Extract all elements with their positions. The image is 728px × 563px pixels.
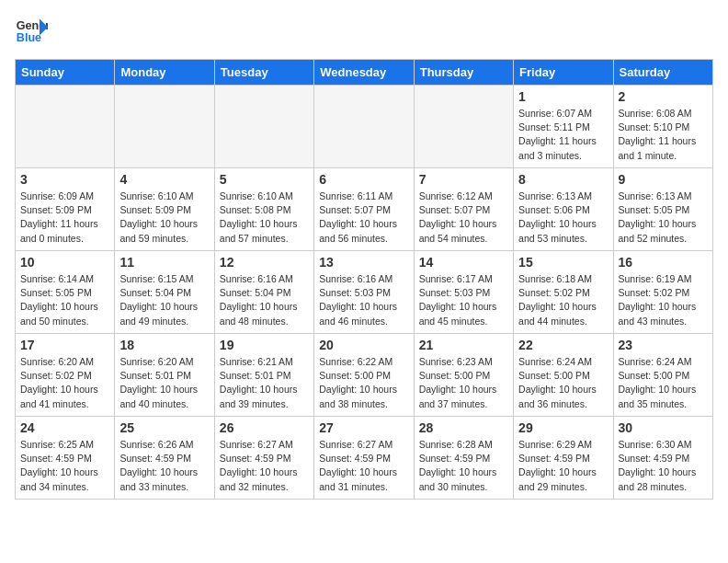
day-cell: 19Sunrise: 6:21 AMSunset: 5:01 PMDayligh… [214, 334, 313, 417]
day-info: Sunrise: 6:13 AMSunset: 5:05 PMDaylight:… [619, 190, 708, 246]
logo: General Blue [15, 15, 48, 48]
day-cell: 7Sunrise: 6:12 AMSunset: 5:07 PMDaylight… [414, 168, 513, 251]
day-number: 29 [518, 420, 608, 435]
day-info: Sunrise: 6:07 AMSunset: 5:11 PMDaylight:… [518, 107, 608, 163]
day-info: Sunrise: 6:21 AMSunset: 5:01 PMDaylight:… [220, 355, 309, 411]
day-number: 22 [518, 338, 608, 352]
logo-icon: General Blue [15, 15, 48, 48]
day-info: Sunrise: 6:29 AMSunset: 4:59 PMDaylight:… [518, 438, 608, 494]
page-header: General Blue [15, 15, 713, 48]
day-cell: 20Sunrise: 6:22 AMSunset: 5:00 PMDayligh… [314, 334, 414, 417]
day-number: 6 [319, 172, 408, 187]
day-cell [115, 86, 214, 168]
day-cell: 16Sunrise: 6:19 AMSunset: 5:02 PMDayligh… [613, 251, 712, 334]
day-number: 26 [220, 420, 309, 435]
day-info: Sunrise: 6:28 AMSunset: 4:59 PMDaylight:… [419, 438, 508, 494]
day-cell: 25Sunrise: 6:26 AMSunset: 4:59 PMDayligh… [115, 417, 214, 500]
day-info: Sunrise: 6:11 AMSunset: 5:07 PMDaylight:… [319, 190, 408, 246]
day-cell [214, 86, 313, 168]
day-number: 5 [220, 172, 309, 187]
day-number: 1 [518, 89, 608, 104]
day-cell: 26Sunrise: 6:27 AMSunset: 4:59 PMDayligh… [214, 417, 313, 500]
day-cell [414, 86, 513, 168]
day-info: Sunrise: 6:24 AMSunset: 5:00 PMDaylight:… [518, 355, 608, 411]
day-info: Sunrise: 6:13 AMSunset: 5:06 PMDaylight:… [518, 190, 608, 246]
col-header-thursday: Thursday [414, 60, 513, 86]
day-info: Sunrise: 6:08 AMSunset: 5:10 PMDaylight:… [619, 107, 708, 163]
day-cell [16, 86, 115, 168]
week-row-2: 3Sunrise: 6:09 AMSunset: 5:09 PMDaylight… [16, 168, 713, 251]
day-number: 9 [619, 172, 708, 187]
day-info: Sunrise: 6:18 AMSunset: 5:02 PMDaylight:… [518, 272, 608, 328]
day-cell: 15Sunrise: 6:18 AMSunset: 5:02 PMDayligh… [514, 251, 613, 334]
day-number: 17 [20, 338, 109, 352]
day-number: 24 [20, 420, 109, 435]
day-info: Sunrise: 6:20 AMSunset: 5:02 PMDaylight:… [20, 355, 109, 411]
col-header-wednesday: Wednesday [314, 60, 414, 86]
day-cell: 27Sunrise: 6:27 AMSunset: 4:59 PMDayligh… [314, 417, 414, 500]
day-cell: 9Sunrise: 6:13 AMSunset: 5:05 PMDaylight… [613, 168, 712, 251]
calendar-table: SundayMondayTuesdayWednesdayThursdayFrid… [15, 59, 713, 500]
day-cell: 12Sunrise: 6:16 AMSunset: 5:04 PMDayligh… [214, 251, 313, 334]
day-cell: 24Sunrise: 6:25 AMSunset: 4:59 PMDayligh… [16, 417, 115, 500]
day-cell: 6Sunrise: 6:11 AMSunset: 5:07 PMDaylight… [314, 168, 414, 251]
day-number: 25 [119, 420, 209, 435]
day-cell: 21Sunrise: 6:23 AMSunset: 5:00 PMDayligh… [414, 334, 513, 417]
day-info: Sunrise: 6:16 AMSunset: 5:03 PMDaylight:… [319, 272, 408, 328]
week-row-3: 10Sunrise: 6:14 AMSunset: 5:05 PMDayligh… [16, 251, 713, 334]
day-number: 15 [518, 255, 608, 270]
day-number: 13 [319, 255, 408, 270]
day-cell: 4Sunrise: 6:10 AMSunset: 5:09 PMDaylight… [115, 168, 214, 251]
day-number: 18 [119, 338, 209, 352]
day-info: Sunrise: 6:17 AMSunset: 5:03 PMDaylight:… [419, 272, 508, 328]
day-cell: 5Sunrise: 6:10 AMSunset: 5:08 PMDaylight… [214, 168, 313, 251]
day-cell: 10Sunrise: 6:14 AMSunset: 5:05 PMDayligh… [16, 251, 115, 334]
day-cell: 28Sunrise: 6:28 AMSunset: 4:59 PMDayligh… [414, 417, 513, 500]
day-cell: 8Sunrise: 6:13 AMSunset: 5:06 PMDaylight… [514, 168, 613, 251]
day-info: Sunrise: 6:26 AMSunset: 4:59 PMDaylight:… [119, 438, 209, 494]
day-info: Sunrise: 6:27 AMSunset: 4:59 PMDaylight:… [220, 438, 309, 494]
day-number: 27 [319, 420, 408, 435]
col-header-sunday: Sunday [16, 60, 115, 86]
day-number: 2 [619, 89, 708, 104]
day-cell: 2Sunrise: 6:08 AMSunset: 5:10 PMDaylight… [613, 86, 712, 168]
day-info: Sunrise: 6:10 AMSunset: 5:09 PMDaylight:… [119, 190, 209, 246]
day-cell: 11Sunrise: 6:15 AMSunset: 5:04 PMDayligh… [115, 251, 214, 334]
day-cell: 18Sunrise: 6:20 AMSunset: 5:01 PMDayligh… [115, 334, 214, 417]
day-number: 10 [20, 255, 109, 270]
day-info: Sunrise: 6:22 AMSunset: 5:00 PMDaylight:… [319, 355, 408, 411]
day-cell: 14Sunrise: 6:17 AMSunset: 5:03 PMDayligh… [414, 251, 513, 334]
week-row-1: 1Sunrise: 6:07 AMSunset: 5:11 PMDaylight… [16, 86, 713, 168]
day-info: Sunrise: 6:27 AMSunset: 4:59 PMDaylight:… [319, 438, 408, 494]
col-header-saturday: Saturday [613, 60, 712, 86]
day-number: 7 [419, 172, 508, 187]
day-number: 23 [619, 338, 708, 352]
day-cell: 13Sunrise: 6:16 AMSunset: 5:03 PMDayligh… [314, 251, 414, 334]
day-info: Sunrise: 6:30 AMSunset: 4:59 PMDaylight:… [619, 438, 708, 494]
svg-text:Blue: Blue [17, 31, 41, 44]
day-info: Sunrise: 6:09 AMSunset: 5:09 PMDaylight:… [20, 190, 109, 246]
day-cell: 22Sunrise: 6:24 AMSunset: 5:00 PMDayligh… [514, 334, 613, 417]
day-number: 16 [619, 255, 708, 270]
day-info: Sunrise: 6:12 AMSunset: 5:07 PMDaylight:… [419, 190, 508, 246]
col-header-friday: Friday [514, 60, 613, 86]
day-info: Sunrise: 6:19 AMSunset: 5:02 PMDaylight:… [619, 272, 708, 328]
day-cell: 17Sunrise: 6:20 AMSunset: 5:02 PMDayligh… [16, 334, 115, 417]
week-row-5: 24Sunrise: 6:25 AMSunset: 4:59 PMDayligh… [16, 417, 713, 500]
col-header-tuesday: Tuesday [214, 60, 313, 86]
day-info: Sunrise: 6:16 AMSunset: 5:04 PMDaylight:… [220, 272, 309, 328]
day-number: 4 [119, 172, 209, 187]
day-info: Sunrise: 6:23 AMSunset: 5:00 PMDaylight:… [419, 355, 508, 411]
day-number: 11 [119, 255, 209, 270]
day-number: 20 [319, 338, 408, 352]
day-info: Sunrise: 6:15 AMSunset: 5:04 PMDaylight:… [119, 272, 209, 328]
day-cell: 1Sunrise: 6:07 AMSunset: 5:11 PMDaylight… [514, 86, 613, 168]
day-info: Sunrise: 6:20 AMSunset: 5:01 PMDaylight:… [119, 355, 209, 411]
day-number: 21 [419, 338, 508, 352]
day-number: 19 [220, 338, 309, 352]
day-number: 14 [419, 255, 508, 270]
day-info: Sunrise: 6:25 AMSunset: 4:59 PMDaylight:… [20, 438, 109, 494]
day-number: 8 [518, 172, 608, 187]
day-cell: 30Sunrise: 6:30 AMSunset: 4:59 PMDayligh… [613, 417, 712, 500]
day-number: 3 [20, 172, 109, 187]
